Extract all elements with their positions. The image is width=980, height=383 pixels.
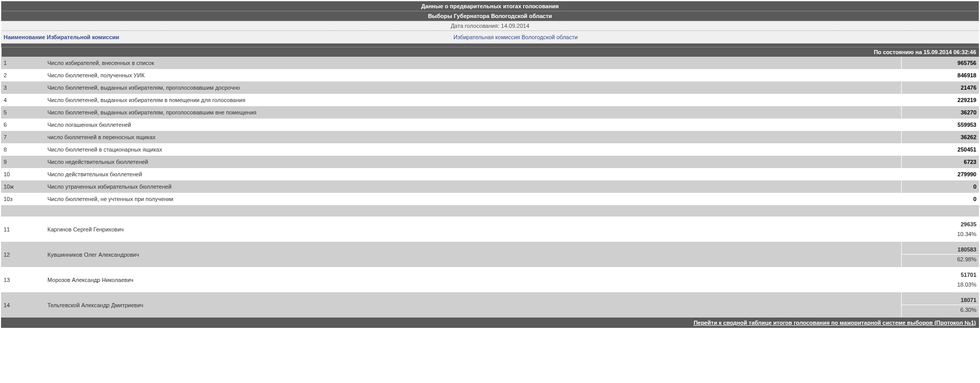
candidate-name: Морозов Александр Николаевич xyxy=(45,267,902,292)
row-value: 846918 xyxy=(902,69,979,81)
candidate-values: 180716.30% xyxy=(902,292,979,318)
row-value: 0 xyxy=(902,193,979,205)
table-row: 5Число бюллетеней, выданных избирателям,… xyxy=(1,106,979,119)
candidate-votes: 29635 xyxy=(902,220,979,229)
table-row: 10зЧисло бюллетеней, не учтенных при пол… xyxy=(1,193,979,205)
table-row: 9Число недействительных бюллетеней6723 xyxy=(1,156,979,168)
row-number: 8 xyxy=(1,143,45,156)
row-label: Число бюллетеней, выданных избирателям, … xyxy=(45,81,902,94)
main-table: Данные о предварительных итогах голосова… xyxy=(1,1,979,31)
candidate-name: Тельтевской Александр Дмитриевич xyxy=(45,292,902,318)
candidate-name: Кувшинников Олег Александрович xyxy=(45,242,902,267)
candidate-name: Каргинов Сергей Генрихович xyxy=(45,217,902,242)
table-row: 6Число погашенных бюллетеней559953 xyxy=(1,119,979,131)
header-title-1: Данные о предварительных итогах голосова… xyxy=(2,2,979,11)
candidate-percent: 62.98% xyxy=(902,254,979,264)
row-value: 965756 xyxy=(902,57,979,69)
row-label: Число бюллетеней, не учтенных при получе… xyxy=(45,193,902,205)
row-number: 1 xyxy=(1,57,45,69)
candidate-number: 13 xyxy=(1,267,45,292)
table-row: 3Число бюллетеней, выданных избирателям,… xyxy=(1,81,979,94)
row-value: 36270 xyxy=(902,106,979,119)
row-number: 9 xyxy=(1,156,45,168)
row-number: 10 xyxy=(1,168,45,180)
candidate-percent: 6.30% xyxy=(902,305,979,314)
candidate-votes: 180583 xyxy=(902,245,979,254)
table-row: 7число бюллетеней в переносных ящиках362… xyxy=(1,131,979,143)
table-row: 4Число бюллетеней, выданных избирателям … xyxy=(1,94,979,106)
row-label: Число погашенных бюллетеней xyxy=(45,119,902,131)
row-label: Число недействительных бюллетеней xyxy=(45,156,902,168)
table-row: 10Число действительных бюллетеней279990 xyxy=(1,168,979,180)
table-row: 2Число бюллетеней, полученных УИК846918 xyxy=(1,69,979,81)
results-table: 1Число избирателей, внесенных в список96… xyxy=(1,57,979,318)
row-label: Число бюллетеней, выданных избирателям, … xyxy=(45,106,902,119)
candidate-values: 18058362.98% xyxy=(902,242,979,267)
row-value: 250451 xyxy=(902,143,979,156)
candidate-number: 11 xyxy=(1,217,45,242)
table-row: 1Число избирателей, внесенных в список96… xyxy=(1,57,979,69)
row-number: 2 xyxy=(1,69,45,81)
row-number: 6 xyxy=(1,119,45,131)
row-label: Число бюллетеней в стационарных ящиках xyxy=(45,143,902,156)
row-label: Число избирателей, внесенных в список xyxy=(45,57,902,69)
header-title-2: Выборы Губернатора Вологодской области xyxy=(2,11,979,21)
row-number: 3 xyxy=(1,81,45,94)
summary-table-link[interactable]: Перейти к сводной таблице итогов голосов… xyxy=(1,318,979,328)
candidate-number: 12 xyxy=(1,242,45,267)
row-number: 5 xyxy=(1,106,45,119)
row-value: 21476 xyxy=(902,81,979,94)
footer-table: Перейти к сводной таблице итогов голосов… xyxy=(1,318,979,328)
candidate-row: 11Каргинов Сергей Генрихович2963510.34% xyxy=(1,217,979,242)
status-table: По состоянию на 15.09.2014 06:32:46 xyxy=(1,43,979,57)
row-label: Число утраченных избирательных бюллетене… xyxy=(45,180,902,193)
row-label: Число бюллетеней, полученных УИК xyxy=(45,69,902,81)
row-label: Число бюллетеней, выданных избирателям в… xyxy=(45,94,902,106)
row-label: число бюллетеней в переносных ящиках xyxy=(45,131,902,143)
candidate-row: 14Тельтевской Александр Дмитриевич180716… xyxy=(1,292,979,318)
candidate-votes: 51701 xyxy=(902,270,979,279)
row-value: 559953 xyxy=(902,119,979,131)
candidate-row: 13Морозов Александр Николаевич5170118.03… xyxy=(1,267,979,292)
status-timestamp: По состоянию на 15.09.2014 06:32:46 xyxy=(2,47,979,57)
row-label: Число действительных бюллетеней xyxy=(45,168,902,180)
table-row: 8Число бюллетеней в стационарных ящиках2… xyxy=(1,143,979,156)
row-value: 36262 xyxy=(902,131,979,143)
candidate-values: 2963510.34% xyxy=(902,217,979,242)
commission-value[interactable]: Избирательная комиссия Вологодской облас… xyxy=(451,31,979,43)
row-value: 0 xyxy=(902,180,979,193)
candidate-votes: 18071 xyxy=(902,295,979,305)
row-value: 229219 xyxy=(902,94,979,106)
vote-date: Дата голосования: 14.09.2014 xyxy=(2,21,979,31)
commission-label: Наименование Избирательной комиссии xyxy=(1,31,451,43)
row-number: 10ж xyxy=(1,180,45,193)
separator-row xyxy=(1,205,979,217)
candidate-values: 5170118.03% xyxy=(902,267,979,292)
row-value: 6723 xyxy=(902,156,979,168)
row-value: 279990 xyxy=(902,168,979,180)
divider-bar xyxy=(2,44,979,47)
candidate-percent: 18.03% xyxy=(902,279,979,289)
candidate-number: 14 xyxy=(1,292,45,318)
row-number: 4 xyxy=(1,94,45,106)
row-number: 10з xyxy=(1,193,45,205)
table-row: 10жЧисло утраченных избирательных бюллет… xyxy=(1,180,979,193)
candidate-row: 12Кувшинников Олег Александрович18058362… xyxy=(1,242,979,267)
row-number: 7 xyxy=(1,131,45,143)
candidate-percent: 10.34% xyxy=(902,229,979,239)
commission-table: Наименование Избирательной комиссии Изби… xyxy=(1,31,979,43)
